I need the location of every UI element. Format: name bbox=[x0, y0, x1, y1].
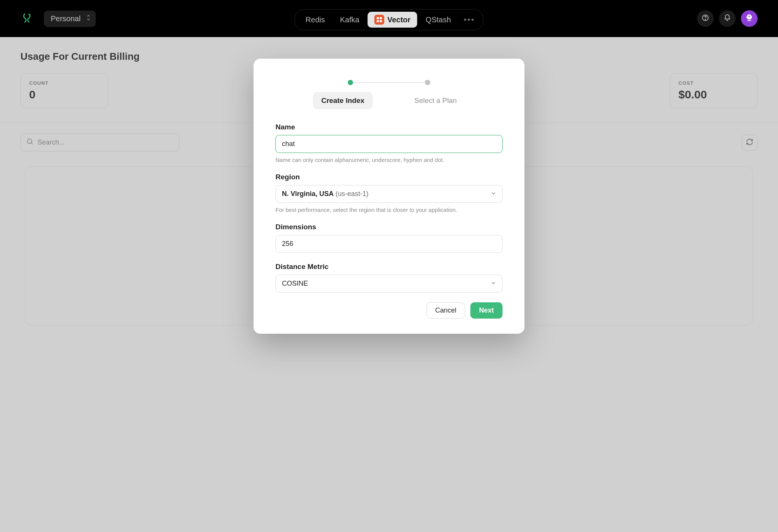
svg-point-5 bbox=[705, 19, 705, 19]
vector-icon bbox=[375, 15, 384, 25]
step-tab-select-plan[interactable]: Select a Plan bbox=[406, 92, 465, 109]
metric-value: COSINE bbox=[282, 280, 308, 287]
topbar: Personal Redis Kafka bbox=[0, 0, 778, 37]
field-label: Region bbox=[275, 173, 503, 181]
svg-rect-3 bbox=[380, 20, 382, 22]
field-distance-metric: Distance Metric COSINE bbox=[275, 263, 503, 292]
field-name: Name Name can only contain alphanumeric,… bbox=[275, 123, 503, 163]
step-label-text: Select a Plan bbox=[414, 96, 457, 104]
nav-tab-kafka[interactable]: Kafka bbox=[333, 12, 366, 27]
field-dimensions: Dimensions bbox=[275, 223, 503, 253]
chevron-updown-icon bbox=[86, 14, 91, 23]
workspace-name: Personal bbox=[51, 14, 81, 23]
field-help: For best performance, select the region … bbox=[275, 207, 503, 213]
name-input[interactable] bbox=[275, 135, 503, 153]
help-button[interactable] bbox=[697, 10, 714, 27]
nav-label: Vector bbox=[387, 16, 411, 24]
field-help: Name can only contain alphanumeric, unde… bbox=[275, 157, 503, 163]
notifications-button[interactable] bbox=[719, 10, 736, 27]
bell-icon bbox=[724, 14, 731, 23]
stepper bbox=[275, 80, 503, 85]
svg-rect-2 bbox=[377, 20, 379, 22]
region-code: (us-east-1) bbox=[336, 190, 369, 198]
nav-more-button[interactable]: ••• bbox=[459, 12, 479, 28]
region-select[interactable]: N. Virginia, USA (us-east-1) bbox=[275, 185, 503, 203]
cancel-button[interactable]: Cancel bbox=[426, 302, 465, 319]
field-label: Distance Metric bbox=[275, 263, 503, 271]
field-region: Region N. Virginia, USA (us-east-1) For … bbox=[275, 173, 503, 213]
brand-logo-icon bbox=[20, 12, 33, 25]
button-label: Next bbox=[479, 306, 494, 314]
modal-actions: Cancel Next bbox=[275, 302, 503, 319]
button-label: Cancel bbox=[435, 306, 456, 314]
nav-tab-vector[interactable]: Vector bbox=[368, 12, 417, 28]
step-dot-2 bbox=[425, 80, 430, 85]
dimensions-input[interactable] bbox=[275, 235, 503, 253]
svg-rect-0 bbox=[377, 17, 379, 19]
distance-metric-select[interactable]: COSINE bbox=[275, 275, 503, 292]
step-label-text: Create Index bbox=[321, 96, 364, 104]
step-line bbox=[353, 82, 425, 83]
workspace-switcher[interactable]: Personal bbox=[44, 11, 96, 27]
step-labels: Create Index Select a Plan bbox=[275, 92, 503, 109]
nav-label: Kafka bbox=[340, 16, 359, 24]
nav-label: QStash bbox=[426, 16, 451, 24]
nav-label: Redis bbox=[305, 16, 325, 24]
next-button[interactable]: Next bbox=[470, 302, 503, 319]
rocket-icon bbox=[745, 14, 753, 23]
field-label: Dimensions bbox=[275, 223, 503, 231]
chevron-down-icon bbox=[490, 190, 496, 198]
nav-tab-qstash[interactable]: QStash bbox=[419, 12, 458, 27]
step-tab-create-index[interactable]: Create Index bbox=[313, 92, 373, 109]
primary-nav: Redis Kafka Vector QStash ••• bbox=[294, 9, 483, 30]
create-index-modal: Create Index Select a Plan Name Name can… bbox=[254, 59, 524, 334]
help-icon bbox=[702, 14, 709, 23]
chevron-down-icon bbox=[490, 280, 496, 288]
step-dot-1 bbox=[348, 80, 353, 85]
account-avatar[interactable] bbox=[741, 10, 758, 27]
nav-tab-redis[interactable]: Redis bbox=[299, 12, 331, 27]
svg-rect-1 bbox=[380, 17, 382, 19]
field-label: Name bbox=[275, 123, 503, 131]
region-name: N. Virginia, USA bbox=[282, 190, 334, 198]
